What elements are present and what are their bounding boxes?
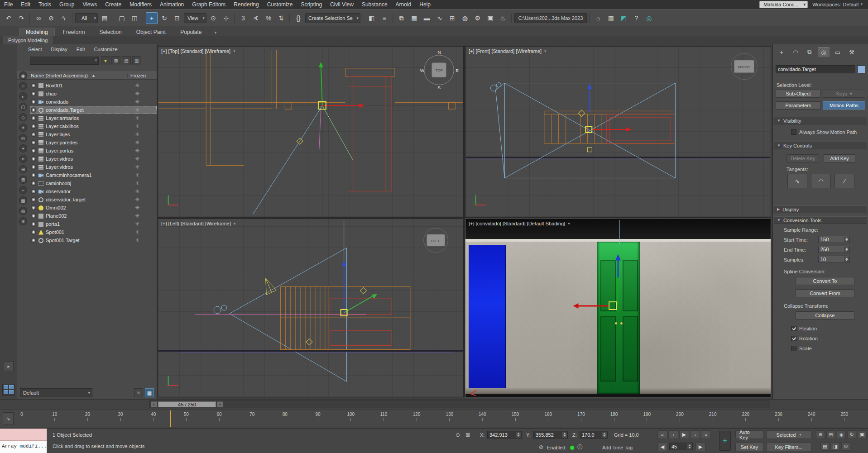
visibility-eye-icon[interactable]	[31, 238, 36, 243]
frozen-state-icon[interactable]: ✳	[130, 139, 157, 146]
next-frame-arrow[interactable]: >	[217, 401, 223, 407]
samples-field[interactable]: 10	[818, 256, 850, 263]
select-all-filter-icon[interactable]: ◉	[19, 72, 27, 80]
explorer-column-header[interactable]: Name (Sorted Ascending) ▲ Frozen	[17, 72, 157, 80]
motion-paths-button[interactable]: Motion Paths	[823, 101, 865, 110]
key-mode-previous-icon[interactable]: ◀	[657, 443, 667, 451]
scale-checkbox[interactable]	[791, 346, 796, 351]
key-controls-rollout[interactable]: ▼ Key Controls	[774, 142, 867, 149]
selection-filter-dropdown[interactable]: All	[75, 13, 98, 23]
zoom-icon[interactable]: ⊕	[816, 430, 825, 439]
viewport-camera[interactable]: [+] [convidado] [Standard] [Default Shad…	[465, 219, 771, 397]
create-tab-icon[interactable]: +	[776, 47, 787, 57]
explorer-row[interactable]: Layer:lajes ✳	[30, 130, 157, 138]
display-lights-icon[interactable]: ☀	[19, 124, 27, 132]
mute-animation-icon[interactable]: ⊘	[537, 443, 545, 451]
selection-lock-icon[interactable]: ⊠	[464, 431, 472, 439]
orbit-icon[interactable]: ↻	[847, 430, 856, 439]
ribbon-tab[interactable]: Freeform	[57, 28, 91, 36]
add-key-button[interactable]: Add Key	[824, 154, 855, 162]
explorer-row[interactable]: Layer:vidros ✳	[30, 163, 157, 171]
current-frame-marker[interactable]	[170, 410, 171, 427]
help-icon[interactable]: ?	[630, 12, 642, 24]
explorer-columns-icon[interactable]: ▥	[132, 56, 141, 65]
key-filters-button[interactable]: Key Filters...	[766, 443, 811, 451]
explorer-menu[interactable]: Display	[47, 45, 72, 53]
object-color-swatch[interactable]	[857, 65, 865, 73]
frozen-state-icon[interactable]: ✳	[130, 205, 157, 211]
viewport-camera-label[interactable]: [+] [convidado] [Standard] [Default Shad…	[469, 221, 570, 226]
menubar-item[interactable]: Graph Editors	[188, 0, 230, 9]
lock-explorer-icon[interactable]: ⊠	[111, 56, 120, 65]
visibility-eye-icon[interactable]	[31, 140, 36, 145]
isolate-selection-icon[interactable]: ⊙	[454, 431, 462, 439]
previous-frame-arrow[interactable]: <	[151, 401, 157, 407]
frozen-state-icon[interactable]: ✳	[130, 188, 157, 195]
explorer-row[interactable]: Spot001.Target ✳	[30, 236, 157, 244]
frozen-state-icon[interactable]: ✳	[130, 229, 157, 235]
frozen-state-icon[interactable]: ✳	[130, 91, 157, 97]
viewport-menu-icon[interactable]: ▾	[568, 221, 570, 226]
viewport-left[interactable]: [+] [Left] [Standard] [Wireframe]▾	[158, 219, 464, 397]
viewport-menu-icon[interactable]: ▾	[544, 49, 547, 53]
visibility-eye-icon[interactable]	[31, 181, 36, 186]
viewport-menu-icon[interactable]: ▾	[233, 49, 235, 53]
explorer-row[interactable]: caminhoobj ✳	[30, 179, 157, 187]
explorer-layout-icon[interactable]: ▦	[145, 388, 154, 397]
display-spacewarps-icon[interactable]: ≈	[19, 155, 27, 163]
snap-keys-icon[interactable]: ◨	[831, 442, 840, 451]
explorer-row[interactable]: Layer:caixilhos ✳	[30, 122, 157, 130]
workspaces-selector[interactable]: Workspaces: Default ▾	[812, 2, 863, 7]
display-materials-icon[interactable]: ◍	[19, 207, 27, 215]
start-time-field[interactable]: 150	[818, 236, 850, 243]
frozen-state-icon[interactable]: ✳	[130, 99, 157, 105]
explorer-row[interactable]: convidado ✳	[30, 98, 157, 106]
spinner-icon[interactable]	[844, 247, 849, 252]
menubar-item[interactable]: Rendering	[230, 0, 263, 9]
conversion-tools-rollout[interactable]: ▼ Conversion Tools	[774, 216, 867, 224]
visibility-eye-icon[interactable]	[31, 156, 36, 162]
add-time-tag-text[interactable]: Add Time Tag	[602, 445, 633, 450]
explorer-settings-icon[interactable]: ▤	[122, 56, 131, 65]
explorer-row[interactable]: Spot001 ✳	[30, 228, 157, 236]
pan-icon[interactable]: ◈	[837, 430, 846, 439]
explorer-preset-dropdown[interactable]: Default	[20, 388, 92, 397]
menubar-item[interactable]: Modifiers	[125, 0, 156, 9]
visibility-eye-icon[interactable]	[31, 83, 36, 88]
display-xrefs-icon[interactable]: ⊠	[19, 176, 27, 184]
use-pivot-center-icon[interactable]: ⊙	[207, 12, 219, 24]
expand-panel-icon[interactable]: ▸	[4, 361, 14, 371]
info-icon[interactable]: ⓘ	[576, 443, 584, 451]
polygon-modeling-panel-tab[interactable]: Polygon Modeling	[3, 36, 53, 44]
curve-editor-icon[interactable]: ∿	[434, 12, 446, 24]
spinner-icon[interactable]	[844, 257, 849, 262]
set-key-button[interactable]: Set Key	[735, 443, 763, 451]
project-folder-field[interactable]: C:\Users\202...3ds Max 2023	[514, 13, 587, 23]
frozen-state-icon[interactable]: ✳	[130, 107, 157, 113]
select-by-name-icon[interactable]: ▤	[99, 12, 110, 24]
frozen-state-icon[interactable]: ✳	[130, 213, 157, 219]
time-configuration-icon[interactable]: ⊙	[841, 442, 850, 451]
object-name-field[interactable]	[776, 65, 855, 73]
collapse-button[interactable]: Collapse	[796, 311, 854, 319]
frozen-state-icon[interactable]: ✳	[130, 221, 157, 227]
explorer-row[interactable]: Layer:portas ✳	[30, 147, 157, 155]
viewport-front[interactable]: [+] [Front] [Standard] [Wireframe]▾	[465, 46, 771, 217]
time-slider-handle[interactable]: 45 / 250	[158, 401, 216, 407]
explorer-row[interactable]: Omni002 ✳	[30, 204, 157, 212]
end-time-field[interactable]: 250	[818, 246, 850, 253]
filter-funnel-icon[interactable]: ▼	[101, 56, 110, 65]
explorer-row[interactable]: Layer:armarios ✳	[30, 114, 157, 122]
spinner-snap-icon[interactable]: ⇅	[275, 12, 287, 24]
explorer-row[interactable]: convidado.Target ✳	[30, 106, 157, 114]
parameters-button[interactable]: Parameters	[776, 101, 821, 110]
viewport-menu-icon[interactable]: ▾	[234, 221, 236, 226]
visibility-eye-icon[interactable]	[31, 189, 36, 194]
visibility-eye-icon[interactable]	[31, 229, 36, 235]
explorer-row[interactable]: Layer:vidros ✳	[30, 155, 157, 163]
rendered-frame-icon[interactable]: ▣	[484, 12, 496, 24]
selection-set-list-icon[interactable]: ≋	[134, 388, 143, 397]
visibility-eye-icon[interactable]	[31, 213, 36, 219]
visibility-eye-icon[interactable]	[31, 148, 36, 153]
menubar-item[interactable]: Help	[415, 0, 435, 9]
